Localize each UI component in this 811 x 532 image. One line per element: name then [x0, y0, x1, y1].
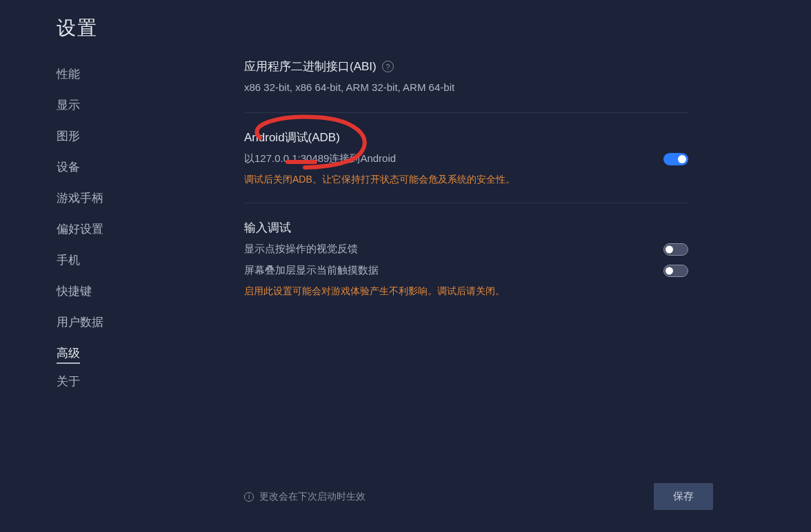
footer-note-text: 更改会在下次启动时生效 [259, 491, 366, 503]
sidebar-item-gamepad[interactable]: 游戏手柄 [57, 185, 103, 212]
adb-connection-label: 以127.0.0.1:30489连接到Android [244, 152, 396, 165]
footer: i 更改会在下次启动时生效 保存 [244, 483, 713, 510]
adb-connection-row: 以127.0.0.1:30489连接到Android [244, 152, 688, 165]
sidebar-item-graphics[interactable]: 图形 [57, 123, 80, 150]
divider [244, 112, 688, 113]
sidebar-item-advanced[interactable]: 高级 [57, 340, 80, 364]
input-debug-warning: 启用此设置可能会对游戏体验产生不利影响。调试后请关闭。 [244, 285, 688, 298]
sidebar-item-display[interactable]: 显示 [57, 92, 80, 119]
sidebar-item-about[interactable]: 关于 [57, 368, 80, 395]
touch-overlay-toggle[interactable] [663, 265, 688, 277]
adb-title-text: Android调试(ADB) [244, 130, 340, 145]
adb-warning: 调试后关闭ADB。让它保持打开状态可能会危及系统的安全性。 [244, 174, 688, 186]
save-button[interactable]: 保存 [654, 483, 713, 510]
sidebar-item-shortcuts[interactable]: 快捷键 [57, 278, 92, 305]
visual-feedback-row: 显示点按操作的视觉反馈 [244, 243, 688, 256]
visual-feedback-toggle[interactable] [663, 243, 688, 256]
sidebar-item-phone[interactable]: 手机 [57, 247, 80, 274]
adb-section-title: Android调试(ADB) [244, 130, 688, 145]
page-title: 设置 [57, 15, 98, 41]
abi-section-title: 应用程序二进制接口(ABI) ? [244, 59, 688, 74]
visual-feedback-label: 显示点按操作的视觉反馈 [244, 243, 358, 256]
sidebar-item-userdata[interactable]: 用户数据 [57, 309, 103, 336]
divider [244, 203, 688, 203]
touch-overlay-label: 屏幕叠加层显示当前触摸数据 [244, 264, 379, 277]
adb-toggle[interactable] [663, 153, 688, 165]
sidebar-item-performance[interactable]: 性能 [57, 61, 80, 88]
input-debug-title-text: 输入调试 [244, 220, 291, 236]
sidebar: 性能 显示 图形 设备 游戏手柄 偏好设置 手机 快捷键 用户数据 高级 关于 [57, 61, 181, 399]
footer-note: i 更改会在下次启动时生效 [244, 491, 366, 503]
sidebar-item-preferences[interactable]: 偏好设置 [57, 216, 103, 243]
content-panel: 应用程序二进制接口(ABI) ? x86 32-bit, x86 64-bit,… [244, 59, 688, 314]
info-icon: i [244, 492, 254, 502]
help-icon[interactable]: ? [382, 61, 394, 72]
sidebar-item-device[interactable]: 设备 [57, 154, 80, 181]
abi-title-text: 应用程序二进制接口(ABI) [244, 59, 377, 74]
touch-overlay-row: 屏幕叠加层显示当前触摸数据 [244, 264, 688, 277]
abi-value: x86 32-bit, x86 64-bit, ARM 32-bit, ARM … [244, 81, 688, 93]
input-debug-title: 输入调试 [244, 220, 688, 236]
